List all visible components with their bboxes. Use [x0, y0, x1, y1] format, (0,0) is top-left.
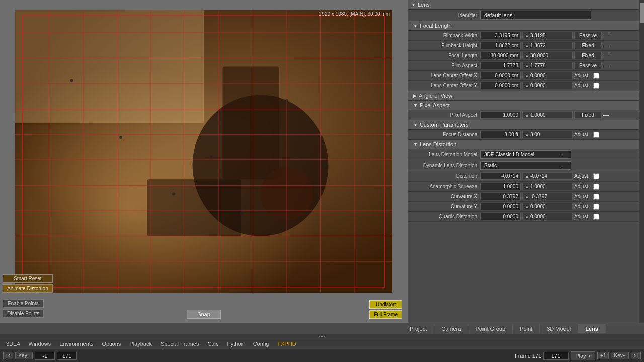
- lens-center-x-mode: Adjust: [574, 73, 592, 78]
- lens-distortion-collapse-icon[interactable]: ▼: [413, 142, 418, 147]
- lens-center-y-value[interactable]: 0.0000 cm: [480, 82, 521, 89]
- frame-value-input[interactable]: [543, 352, 569, 360]
- curvature-x-row: Curvature X -0.3797 ▲-0.3797 Adjust: [408, 192, 639, 202]
- animate-distortion-button[interactable]: Animate Distortion: [3, 284, 53, 293]
- angle-of-view-expand-icon[interactable]: ▶: [413, 93, 417, 98]
- undistort-button[interactable]: Undistort: [369, 300, 403, 309]
- quartic-checkbox[interactable]: [593, 214, 599, 220]
- disable-points-button[interactable]: Disable Points: [3, 309, 44, 318]
- tab-point-group[interactable]: Point Group: [468, 324, 513, 333]
- lens-section-header: ▼ Lens: [408, 0, 639, 10]
- snap-button[interactable]: Snap: [187, 310, 221, 319]
- pixel-aspect-slider[interactable]: ▲1.0000: [522, 111, 573, 119]
- lens-section-title: Lens: [418, 2, 430, 8]
- curvature-x-slider[interactable]: ▲-0.3797: [522, 193, 573, 200]
- focal-length-collapse-icon[interactable]: ▼: [413, 23, 418, 28]
- filmback-width-value[interactable]: 3.3195 cm: [480, 32, 521, 39]
- focus-distance-checkbox[interactable]: [593, 132, 599, 138]
- tab-project[interactable]: Project: [403, 324, 434, 333]
- menu-environments[interactable]: Environments: [55, 340, 97, 348]
- menu-calc[interactable]: Calc: [203, 340, 222, 348]
- lens-center-x-value[interactable]: 0.0000 cm: [480, 72, 521, 79]
- focal-length-minus[interactable]: —: [602, 52, 611, 59]
- focal-length-value[interactable]: 30.0000 mm: [480, 52, 521, 59]
- identifier-input[interactable]: [480, 11, 591, 20]
- distortion-slider[interactable]: ▲-0.0714: [522, 172, 573, 180]
- angle-of-view-header: ▶ Angle of View: [408, 91, 639, 101]
- pixel-aspect-label: Pixel Aspect: [410, 112, 480, 118]
- menu-3de4[interactable]: 3DE4: [2, 340, 24, 348]
- dynamic-lens-dropdown[interactable]: Static —: [480, 161, 571, 170]
- first-frame-button[interactable]: |<: [3, 352, 13, 359]
- full-frame-button[interactable]: Full Frame: [369, 310, 403, 319]
- curvature-x-value[interactable]: -0.3797: [480, 193, 521, 200]
- lens-collapse-icon[interactable]: ▼: [411, 2, 416, 7]
- focus-distance-value[interactable]: 3.00 ft: [480, 131, 521, 138]
- angle-of-view-title: Angle of View: [419, 93, 452, 99]
- curvature-y-slider[interactable]: ▲0.0000: [522, 203, 573, 210]
- separator: • • •: [0, 334, 644, 338]
- lens-center-y-checkbox[interactable]: [593, 83, 599, 89]
- viewport-bottom-buttons: Undistort Full Frame: [369, 300, 403, 319]
- quartic-slider[interactable]: ▲0.0000: [522, 213, 573, 220]
- menu-playback[interactable]: Playback: [125, 340, 156, 348]
- film-aspect-value[interactable]: 1.7778: [480, 62, 521, 69]
- lens-distortion-model-minus[interactable]: —: [562, 152, 568, 157]
- smart-reset-button[interactable]: Smart Reset: [3, 274, 53, 283]
- anamorphic-checkbox[interactable]: [593, 184, 599, 190]
- tab-point[interactable]: Point: [513, 324, 540, 333]
- focal-length-slider[interactable]: ▲30.0000: [522, 52, 573, 59]
- curvature-y-value[interactable]: 0.0000: [480, 203, 521, 210]
- pixel-aspect-value[interactable]: 1.0000: [480, 111, 521, 119]
- tab-camera[interactable]: Camera: [434, 324, 468, 333]
- quartic-value[interactable]: 0.0000: [480, 213, 521, 220]
- anamorphic-value[interactable]: 1.0000: [480, 183, 521, 190]
- filmback-height-minus[interactable]: —: [602, 42, 611, 49]
- anamorphic-slider[interactable]: ▲1.0000: [522, 183, 573, 190]
- key-minus-value[interactable]: [35, 352, 55, 360]
- lens-center-x-slider[interactable]: ▲0.0000: [522, 72, 573, 79]
- filmback-height-value[interactable]: 1.8672 cm: [480, 42, 521, 49]
- enable-points-button[interactable]: Enable Points: [3, 299, 44, 308]
- menu-options[interactable]: Options: [98, 340, 125, 348]
- lens-center-x-checkbox[interactable]: [593, 73, 599, 79]
- tab-3d-model[interactable]: 3D Model: [540, 324, 578, 333]
- last-frame-button[interactable]: >|: [631, 352, 641, 359]
- pixel-aspect-minus[interactable]: —: [602, 112, 611, 119]
- distortion-checkbox[interactable]: [593, 173, 599, 179]
- pixel-aspect-collapse-icon[interactable]: ▼: [413, 103, 418, 108]
- filmback-width-slider[interactable]: ▲3.3195: [522, 32, 573, 39]
- left-controls: Smart Reset Animate Distortion: [3, 274, 53, 293]
- filmback-height-slider[interactable]: ▲1.8672: [522, 42, 573, 49]
- menu-windows[interactable]: Windows: [25, 340, 55, 348]
- menu-config[interactable]: Config: [249, 340, 273, 348]
- frame-number-input[interactable]: [57, 352, 77, 360]
- distortion-value[interactable]: -0.0714: [480, 172, 521, 180]
- focus-distance-slider[interactable]: ▲3.00: [522, 131, 573, 138]
- key-plus-button[interactable]: Key+: [611, 352, 628, 359]
- film-aspect-minus[interactable]: —: [602, 62, 611, 69]
- curvature-x-checkbox[interactable]: [593, 194, 599, 200]
- film-aspect-slider[interactable]: ▲1.7778: [522, 62, 573, 69]
- menu-python[interactable]: Python: [223, 340, 248, 348]
- menu-fxphd[interactable]: FXPHD: [273, 340, 300, 348]
- custom-params-collapse-icon[interactable]: ▼: [413, 122, 418, 127]
- quartic-label: Quartic Distortion: [410, 214, 480, 219]
- curvature-y-checkbox[interactable]: [593, 204, 599, 210]
- scrollbar[interactable]: [639, 0, 644, 323]
- play-button[interactable]: Play >: [571, 351, 595, 360]
- svg-rect-34: [23, 16, 385, 287]
- key-minus-button[interactable]: Key–: [15, 352, 33, 359]
- plus-one-button[interactable]: +1: [597, 352, 609, 359]
- tab-lens[interactable]: Lens: [578, 324, 606, 333]
- lens-distortion-model-dropdown[interactable]: 3DE Classic LD Model —: [480, 150, 571, 159]
- scrollbar-thumb[interactable]: [640, 3, 644, 23]
- filmback-width-minus[interactable]: —: [602, 32, 611, 39]
- lens-distortion-header: ▼ Lens Distortion: [408, 140, 639, 149]
- dynamic-lens-row: Dynamic Lens Distortion Static —: [408, 160, 639, 171]
- dynamic-lens-minus[interactable]: —: [562, 163, 568, 168]
- viewport-label: 1920 x 1080, [MAIN], 30.00 mm: [319, 11, 390, 17]
- lens-distortion-model-value: 3DE Classic LD Model: [484, 152, 534, 157]
- menu-special-frames[interactable]: Special Frames: [156, 340, 203, 348]
- lens-center-y-slider[interactable]: ▲0.0000: [522, 82, 573, 89]
